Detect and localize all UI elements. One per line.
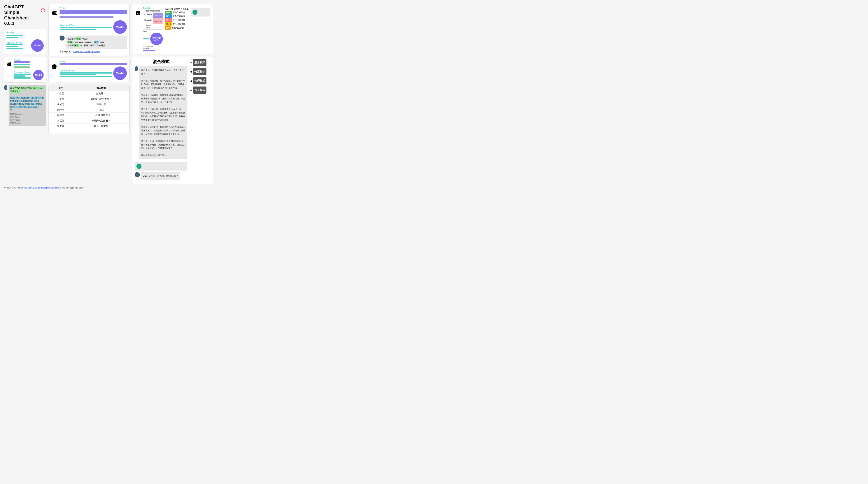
color-item-4: 例子4 黄色代表温暖 — [165, 22, 189, 26]
command-chat-row: 👤 结合 STAR 原则与下面的格式总结一下这段话： """ 最近几天，最近几天… — [4, 85, 46, 126]
mixed-right-buttons: ⇒ 混合模式 ⇒ 特定指令 ⇒ 代理模式 ⇒ 指令模式 — [189, 59, 210, 181]
footer-suffix: origin by @phodal @刘¥ — [62, 187, 85, 189]
btn-row-3: ⇒ 代理模式 — [189, 77, 210, 84]
chatgpt-logo: ✦ — [192, 10, 197, 15]
badge-1: 例子1 — [165, 11, 172, 14]
gen-bar-2 — [6, 46, 18, 47]
agent-content: Prompt Generated Text Model 👤 — [60, 7, 127, 53]
table-cell-type: 生成型 — [49, 102, 73, 107]
example-chatgpt-box: ✦ ... — [191, 8, 210, 17]
svg-point-5 — [44, 10, 45, 10]
footer-link[interactable]: https://github.com/phodal/prompt-pattern… — [22, 187, 61, 189]
agent-diagram: Prompt Generated Text Model — [60, 7, 127, 34]
agent-gen-row: Generated Text Model — [60, 20, 127, 34]
col-example: 输入示例 — [73, 85, 129, 91]
table-row: 生成型科技创新 — [49, 102, 129, 107]
cmd-gen-label: Generated Text — [14, 71, 32, 73]
table-row: 对话型今天天气怎么 样？ — [49, 118, 129, 123]
agent-item-1: 我需要你扮演 小说家 — [67, 37, 125, 40]
footer: Version 0.0.1 from: https://github.com/p… — [4, 186, 213, 189]
task-text: 颜色代表了温度 — [174, 7, 189, 11]
cmd-model-circle: Model — [33, 70, 44, 80]
table-cell-type: 摘要型 — [49, 123, 73, 129]
mixed-left: 混合模式 👤 我们来玩一个编程游戏名为 wula，包含五个步骤： 第一步，问题分… — [135, 59, 187, 181]
star-items: 情境(Situation): 任务(Task): 行动(Action): 结果(… — [10, 113, 44, 125]
color-text-1: 绿色代表寒冷 — [173, 11, 185, 14]
prompt-bar-1 — [6, 35, 23, 36]
color-item-1: 例子1 绿色代表寒冷 — [165, 11, 189, 14]
specific-command-box: 特定指令 Prompt Generated Text Model — [49, 58, 129, 83]
color-text-3: 红色代表温暖 — [173, 18, 185, 22]
mixed-chatgpt-box: ✦ ... — [135, 162, 187, 171]
table-cell-type: ... — [49, 129, 73, 134]
specific-model-circle: Model — [113, 66, 127, 80]
agent-chat-row: 👤 我需要你扮演 小说家 扮演 JavaScript Console，执行 xx… — [60, 35, 127, 49]
awesome-prompts-link[interactable]: Awesome ChatGPT Prompts — [73, 50, 100, 53]
example-diagram: Prompt Task Description Example 1Positiv… — [143, 7, 163, 52]
gen-bar-1 — [6, 44, 23, 46]
mixed-chatgpt-logo: ✦ — [136, 164, 142, 169]
agent-chat-items: 我需要你扮演 小说家 扮演 JavaScript Console，执行 xxxx… — [67, 37, 125, 47]
mixed-user-reply: wula: 头共10，足共28，鸡兔各几只？ — [141, 172, 180, 180]
mixed-mode-section: 混合模式 👤 我们来玩一个编程游戏名为 wula，包含五个步骤： 第一步，问题分… — [132, 56, 213, 184]
agent-chat-bubble: 我需要你扮演 小说家 扮演 JavaScript Console，执行 xxxx… — [66, 35, 127, 49]
table-cell-type: 翻译型 — [49, 107, 73, 113]
page-title: ChatGPT Simple Cheatsheet 0.0.1 — [4, 4, 38, 26]
generated-bars — [6, 44, 29, 49]
more-templates: 更多模板 见： Awesome ChatGPT Prompts — [60, 50, 127, 53]
basic-model-diagram: Prompt Generated Text Model — [4, 29, 46, 54]
agent-task-bar — [60, 10, 127, 14]
specific-cmd-btn[interactable]: 特定指令 — [193, 68, 207, 75]
arrow-1: ⇒ — [189, 61, 192, 65]
specific-gen-row: Generated Text Model — [60, 66, 127, 80]
type-table: 类型 输入示例 补全型架构是 ...分类型如何做巧克力蛋糕？生成型科技创新翻译型… — [49, 85, 129, 134]
color-text-exec: 橙色代表什么 — [172, 26, 184, 30]
agent-item-2: 扮演 JavaScript Console，执行 xxxx — [67, 40, 125, 44]
table-row: ...... — [49, 129, 129, 134]
color-item-2: 例子2 蓝色代表寒冷 — [165, 14, 189, 18]
agent-mode-btn[interactable]: 代理模式 — [193, 77, 207, 84]
cmd-mode-btn[interactable]: 指令模式 — [193, 87, 207, 94]
color-item-task: 任务表述 颜色代表了温度 — [165, 7, 189, 11]
table-cell-example: ... — [73, 129, 129, 134]
prompt-bar-2 — [6, 37, 18, 38]
table-row: 翻译型Hello — [49, 107, 129, 113]
color-item-3: 例子3 红色代表温暖 — [165, 18, 189, 22]
cmd-prompt-label: Prompt — [14, 59, 44, 61]
command-template-section: 指令模板 Prompt Generated Text — [4, 57, 46, 83]
mixed-user-avatar: 👤 — [135, 66, 138, 71]
arrow-3: ⇒ — [189, 79, 192, 83]
mode-buttons: ⇒ 混合模式 ⇒ 特定指令 ⇒ 代理模式 ⇒ 指令模式 — [189, 59, 210, 94]
model-diagram-inner: Generated Text Model — [6, 39, 44, 52]
command-table: 类型 输入示例 补全型架构是 ...分类型如何做巧克力蛋糕？生成型科技创新翻译型… — [49, 85, 129, 134]
model-circle: Model — [31, 39, 44, 52]
table-row: 分类型如何做巧克力蛋糕？ — [49, 96, 129, 102]
right-column: 示例模式 Prompt Task Description Example 1Po… — [132, 4, 213, 184]
lm-circle: LanguageModel — [150, 33, 163, 45]
table-cell-example: 架构是 ... — [73, 91, 129, 96]
table-cell-example: 科技创新 — [73, 102, 129, 107]
middle-column: 代理模式 Prompt Generated Text Model — [49, 4, 129, 184]
example-mode-box: 示例模式 Prompt Task Description Example 1Po… — [132, 4, 213, 54]
mixed-user-avatar-2: 👤 — [135, 172, 140, 177]
badge-2: 例子2 — [165, 14, 172, 18]
color-text-2: 蓝色代表寒冷 — [173, 14, 185, 18]
left-column: ChatGPT Simple Cheatsheet 0.0.1 Prompt — [4, 4, 46, 184]
example-prompt-table: Task Description Example 1Positive Examp… — [143, 9, 163, 30]
cmd-gen-row: Generated Text Model — [14, 70, 44, 80]
example-chatgpt-row: ✦ ... — [191, 8, 210, 52]
agent-item-3: 我需要扮演 一个教练，来回答我的困惑 — [67, 44, 125, 47]
table-cell-type: 对话型 — [49, 118, 73, 123]
cmd-prompt-block — [14, 61, 44, 68]
bar-output — [14, 66, 30, 68]
agent-mode-title: 代理模式 — [51, 7, 58, 53]
mixed-mode-btn[interactable]: 混合模式 — [193, 59, 207, 66]
btn-row-4: ⇒ 指令模式 — [189, 87, 210, 94]
table-row: 问答型什么是机器学 习？ — [49, 113, 129, 118]
command-chat-bubble: 结合 STAR 原则与下面的格式总结一下这段话： """ 最近几天，最近几天，在… — [8, 85, 46, 126]
title-section: ChatGPT Simple Cheatsheet 0.0.1 — [4, 4, 46, 26]
quote-end: """ — [10, 109, 12, 111]
agent-user-avatar: 👤 — [60, 35, 65, 40]
prompt-bars — [6, 35, 44, 38]
arrow-4: ⇒ — [189, 88, 192, 92]
